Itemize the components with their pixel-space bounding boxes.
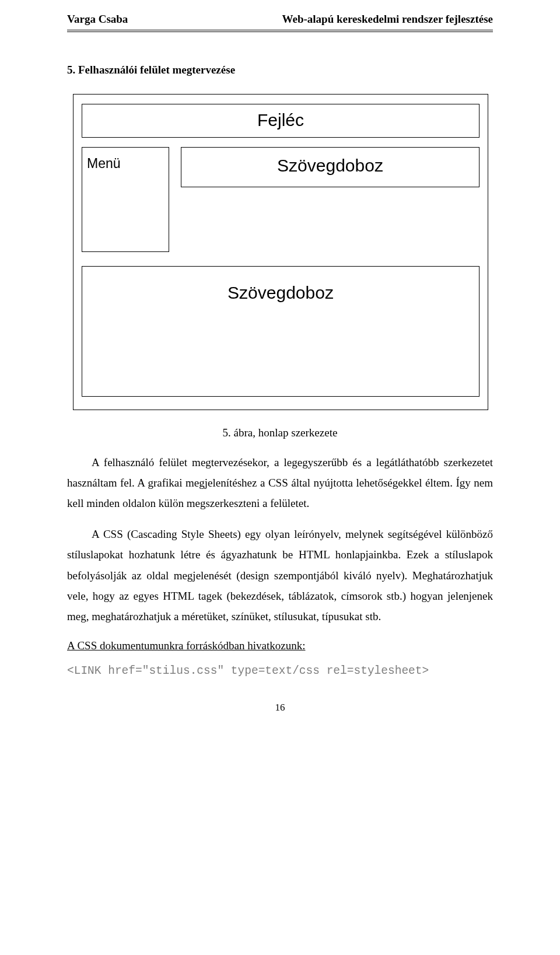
paragraph-1: A felhasználó felület megtervezésekor, a… <box>67 452 493 513</box>
paragraph-2: A CSS (Cascading Style Sheets) egy olyan… <box>67 524 493 627</box>
wireframe-textbox-big-label: Szövegdoboz <box>228 279 334 396</box>
wireframe-textbox-top: Szövegdoboz <box>181 147 480 187</box>
css-reference-line: A CSS dokumentumunkra forráskódban hivat… <box>67 637 493 654</box>
section-heading: 5. Felhasználói felület megtervezése <box>67 61 493 78</box>
wireframe-right-column: Szövegdoboz <box>181 147 480 252</box>
page-number: 16 <box>67 700 493 715</box>
wireframe-header-box: Fejléc <box>82 104 480 138</box>
running-header: Varga Csaba Web-alapú kereskedelmi rends… <box>67 11 493 30</box>
header-author: Varga Csaba <box>67 11 128 27</box>
wireframe-textbox-big: Szövegdoboz <box>82 266 480 397</box>
header-title: Web-alapú kereskedelmi rendszer fejleszt… <box>282 11 493 27</box>
page: Varga Csaba Web-alapú kereskedelmi rends… <box>0 0 560 739</box>
wireframe-menu-box: Menü <box>82 147 169 252</box>
wireframe-row: Menü Szövegdoboz <box>82 147 480 252</box>
figure-caption: 5. ábra, honlap szerkezete <box>67 424 493 441</box>
layout-wireframe: Fejléc Menü Szövegdoboz Szövegdoboz <box>73 94 488 411</box>
header-underline <box>67 32 493 32</box>
code-snippet: <LINK href="stilus.css" type=text/css re… <box>67 662 493 680</box>
